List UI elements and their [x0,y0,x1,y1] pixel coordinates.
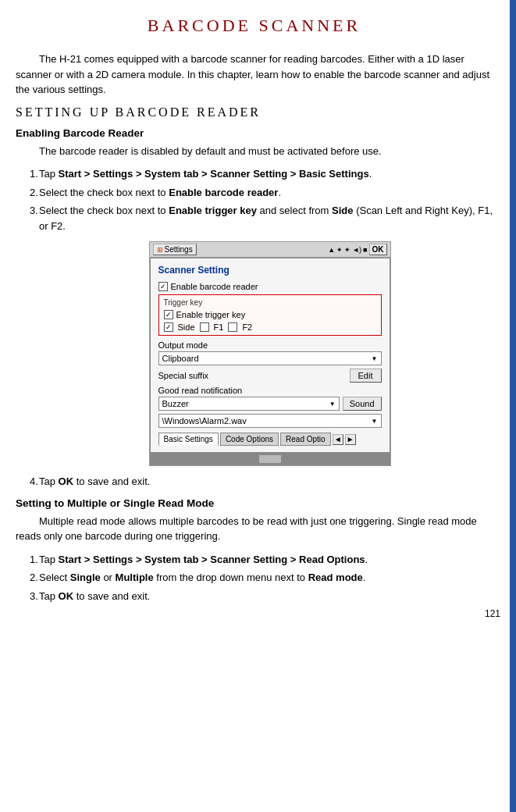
start-button[interactable]: ⊞ Settings [153,244,197,255]
output-mode-value: Clipboard [162,354,199,363]
ok-status-button[interactable]: OK [369,244,387,255]
status-icons: ▲ ✦ ✦ ◄) ■ OK [328,244,386,255]
wav-dropdown-arrow-icon: ▼ [372,418,378,425]
scanner-panel: Scanner Setting Enable barcode reader Tr… [150,258,390,453]
steps-list-1: 1. Tap Start > Settings > System tab > S… [16,166,493,233]
list-item: 2. Select Single or Multiple from the dr… [16,570,493,586]
buzzer-value: Buzzer [162,399,189,408]
tab-nav-left[interactable]: ◄ [333,434,343,445]
trigger-key-group: Trigger key Enable trigger key Side F1 F… [158,294,382,336]
side-label: Side [178,322,195,332]
section2-paragraph: Multiple read mode allows multiple barco… [16,514,493,544]
windows-icon: ⊞ [157,246,163,254]
buzzer-dropdown-arrow-icon: ▼ [329,401,336,408]
intro-paragraph: The H-21 comes equipped with a barcode s… [16,52,493,98]
list-item: 2. Select the check box next to Enable b… [16,185,493,201]
f1-checkbox[interactable] [200,322,209,332]
list-item: 1. Tap Start > Settings > System tab > S… [16,552,493,568]
panel-title: Scanner Setting [158,265,382,276]
page-title: Barcode Scanner [16,16,493,36]
trigger-group-label: Trigger key [164,298,376,307]
list-item: 1. Tap Start > Settings > System tab > S… [16,166,493,182]
keyboard-icon [259,455,281,463]
tabs-row: Basic Settings Code Options Read Optio ◄… [158,433,382,446]
enable-trigger-label: Enable trigger key [176,310,246,319]
enable-trigger-checkbox[interactable] [164,310,173,319]
list-item: 3. Select the check box next to Enable t… [16,203,493,233]
enable-trigger-row: Enable trigger key [164,310,376,319]
output-mode-dropdown[interactable]: Clipboard ▼ [158,351,382,365]
dropdown-arrow-icon: ▼ [372,355,378,362]
scanner-screenshot: ⊞ Settings ▲ ✦ ✦ ◄) ■ OK Scanner Setting [149,241,391,466]
f2-checkbox[interactable] [228,322,237,332]
step4-list: 4. Tap OK to save and exit. [16,474,493,490]
f2-label: F2 [242,322,252,332]
sound-button[interactable]: Sound [343,397,382,411]
edit-button[interactable]: Edit [350,369,382,383]
list-item: 3. Tap OK to save and exit. [16,589,493,604]
page-number: 121 [485,608,500,619]
sub-heading-enabling: Enabling Barcode Reader [16,127,493,139]
wav-dropdown[interactable]: \Windows\Alarm2.wav ▼ [158,414,382,428]
section2-heading: Setting to Multiple or Single Read Mode [16,497,493,509]
wav-value: \Windows\Alarm2.wav [162,416,247,426]
screenshot-wrapper: ⊞ Settings ▲ ✦ ✦ ◄) ■ OK Scanner Setting [47,241,493,466]
output-mode-label: Output mode [158,340,382,350]
notification-row: Buzzer ▼ Sound [158,397,382,411]
status-bar: ⊞ Settings ▲ ✦ ✦ ◄) ■ OK [150,242,390,258]
start-label: Settings [165,245,193,254]
tab-nav-right[interactable]: ► [345,434,356,445]
side-f1-f2-row: Side F1 F2 [164,322,376,332]
special-suffix-label: Special suffix [158,371,209,380]
section1-heading: Setting Up Barcode Reader [16,105,493,119]
enable-barcode-row: Enable barcode reader [158,282,382,291]
special-suffix-row: Special suffix Edit [158,369,382,383]
tab-read-options[interactable]: Read Optio [280,433,331,446]
keyboard-bar [150,453,390,465]
enable-barcode-checkbox[interactable] [158,282,168,291]
side-checkbox[interactable] [164,322,173,332]
list-item: 4. Tap OK to save and exit. [16,474,493,490]
steps-list-2: 1. Tap Start > Settings > System tab > S… [16,552,493,604]
enable-barcode-label: Enable barcode reader [171,282,258,291]
f1-label: F1 [214,322,224,332]
good-read-label: Good read notification [158,386,382,395]
tab-code-options[interactable]: Code Options [220,433,279,446]
tab-basic-settings[interactable]: Basic Settings [158,433,219,446]
enabling-paragraph: The barcode reader is disabled by defaul… [16,144,493,159]
buzzer-dropdown[interactable]: Buzzer ▼ [158,397,340,411]
